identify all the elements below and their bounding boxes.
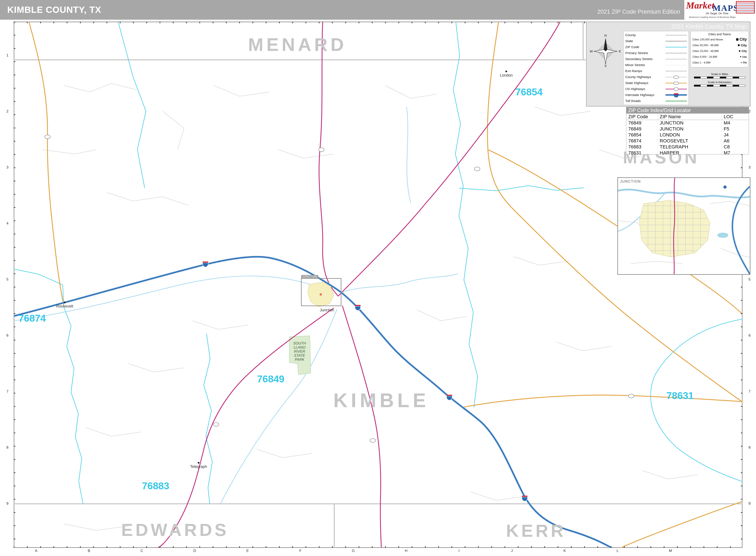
- county-highway-sample: [665, 77, 687, 77]
- minor-street-sample: [665, 65, 687, 65]
- legend-item: ZIP Code: [625, 44, 687, 50]
- exit-ramp-sample: [665, 71, 687, 71]
- cities-and-towns-key: Cities and Towns Cities 100,000 and Abov…: [691, 31, 749, 67]
- highway-shield-icons: [45, 135, 666, 501]
- logo-maps-text: MAPS: [713, 3, 738, 13]
- legend-line-key: County State ZIP Code Primary Streets Se…: [623, 31, 689, 105]
- legend-panel: 2021 Kimble County, TX Map N E S W Count…: [586, 22, 750, 106]
- city-dot-icon: [738, 44, 740, 46]
- legend-item: Interstate Highways: [625, 92, 687, 98]
- inset-locator-label: JUNCTION: [301, 275, 318, 279]
- junction-inset-panel: JUNCTION: [617, 177, 750, 275]
- compass-rose-icon: N E S W: [590, 33, 622, 67]
- legend-item: Minor Streets: [625, 62, 687, 68]
- scale-km-bar: [694, 85, 745, 86]
- legend-item: County: [625, 32, 687, 38]
- marketmaps-logo: Market MAPS On Target. On Time. America'…: [684, 0, 756, 20]
- zip-index-panel: ZIP Code Index/Grid Locator ZIP Code ZIP…: [626, 107, 749, 154]
- interstate-shield-icon: [674, 94, 679, 98]
- city-size-item: Cities 5,000 - 24,999City: [692, 54, 747, 60]
- city-dot-icon: [739, 50, 741, 52]
- state-highway-marker-icon: [673, 81, 679, 85]
- county-line-sample: [665, 35, 687, 35]
- zip-label-76849: 76849: [257, 373, 284, 385]
- legend-item: Exit Ramps: [625, 68, 687, 74]
- logo-tagline: On Target. On Time.: [706, 12, 729, 15]
- svg-text:W: W: [590, 49, 593, 53]
- county-label-kimble: KIMBLE: [333, 389, 429, 412]
- city-size-item: Cities 1 - 4,999City: [692, 60, 747, 65]
- svg-text:N: N: [604, 34, 607, 37]
- zip-line-sample: [665, 47, 687, 47]
- primary-street-sample: [665, 53, 687, 54]
- junction-inset-map: [618, 178, 750, 274]
- city-dot-icon: [741, 62, 742, 63]
- county-label-edwards: EDWARDS: [121, 520, 229, 540]
- state-highway-sample: [665, 83, 687, 83]
- secondary-street-sample: [665, 59, 687, 60]
- svg-text:S: S: [604, 64, 606, 67]
- county-label-kerr: KERR: [506, 521, 566, 541]
- zip-label-76883: 76883: [142, 480, 169, 492]
- legend-title: 2021 Kimble County, TX Map: [587, 23, 746, 30]
- county-label-menard: MENARD: [248, 34, 347, 55]
- town-dots: [64, 71, 507, 464]
- zip-index-table: ZIP Code ZIP Name LOC 76849JUNCTIONM4 76…: [626, 113, 749, 156]
- city-size-item: Cities 100,000 and AboveCity: [692, 37, 747, 42]
- svg-text:E: E: [619, 49, 621, 53]
- legend-item: Secondary Streets: [625, 56, 687, 62]
- header-bar: KIMBLE COUNTY, TX 2021 ZIP Code Premium …: [0, 0, 756, 20]
- contact-box: [736, 1, 755, 13]
- us-highways: [158, 22, 560, 548]
- zip-index-row: 76849JUNCTIONF5: [626, 126, 749, 132]
- city-size-item: Cities 25,000 - 49,999City: [692, 48, 747, 54]
- cities-key-title: Cities and Towns: [692, 32, 747, 37]
- toll-road-sample: [665, 101, 687, 101]
- legend-item: US Highways: [625, 86, 687, 92]
- scale-bars: Scale in Miles Scale in Kilometers: [691, 70, 749, 86]
- logo-market-text: Market: [686, 0, 714, 11]
- legend-item: Primary Streets: [625, 50, 687, 56]
- scale-km-label: Scale in Kilometers: [691, 81, 749, 84]
- map-sheet: A B C D E F G H I J K L M A B C D E F G …: [0, 0, 756, 556]
- scale-miles-bar: [694, 76, 745, 78]
- state-line-sample: [665, 41, 687, 41]
- edition-label: 2021 ZIP Code Premium Edition: [597, 8, 680, 15]
- town-label-junction: Junction: [320, 308, 334, 312]
- zip-index-title: ZIP Code Index/Grid Locator: [626, 107, 749, 113]
- inset-interchange-icon: [723, 185, 727, 189]
- legend-item: Toll Roads: [625, 98, 687, 104]
- ruler-bottom: [14, 546, 743, 548]
- page-title: KIMBLE COUNTY, TX: [7, 5, 101, 15]
- interstate-sample: [665, 94, 687, 96]
- city-dot-icon: [736, 38, 738, 41]
- inset-interstate: [732, 186, 750, 274]
- ruler-left: [14, 22, 15, 548]
- city-dot-icon: [740, 56, 741, 57]
- county-highway-marker-icon: [673, 75, 679, 79]
- zip-index-row: 78631HARPERM7: [626, 150, 749, 156]
- zip-index-row: 76874ROOSEVELTA6: [626, 138, 749, 144]
- town-label-roosevelt: Roosevelt: [56, 304, 73, 309]
- zip-label-78631: 78631: [666, 390, 694, 402]
- legend-item: County Highways: [625, 74, 687, 80]
- logo-subline: America's Leading Source of Business Map…: [689, 16, 736, 19]
- scale-miles-label: Scale in Miles: [691, 72, 749, 76]
- state-park-label: SOUTH LLANO RIVER STATE PARK: [289, 341, 310, 361]
- us-highway-shield-icon: [674, 87, 679, 91]
- zip-index-row: 76854LONDONJ4: [626, 132, 749, 138]
- legend-item: State Highways: [625, 80, 687, 86]
- inset-title: JUNCTION: [620, 180, 641, 183]
- zip-index-row: 76849JUNCTIONM4: [626, 120, 749, 126]
- city-size-item: Cities 50,000 - 99,999City: [692, 42, 747, 48]
- us-highway-sample: [665, 89, 687, 90]
- legend-item: State: [625, 38, 687, 44]
- zip-index-header-row: ZIP Code ZIP Name LOC: [626, 113, 749, 120]
- zip-label-76854: 76854: [515, 86, 543, 98]
- town-label-london: London: [500, 73, 513, 78]
- town-label-telegraph: Telegraph: [190, 464, 207, 469]
- zip-index-row: 76883TELEGRAPHC8: [626, 144, 749, 150]
- rivers: [14, 107, 458, 504]
- zip-label-76874: 76874: [19, 312, 46, 324]
